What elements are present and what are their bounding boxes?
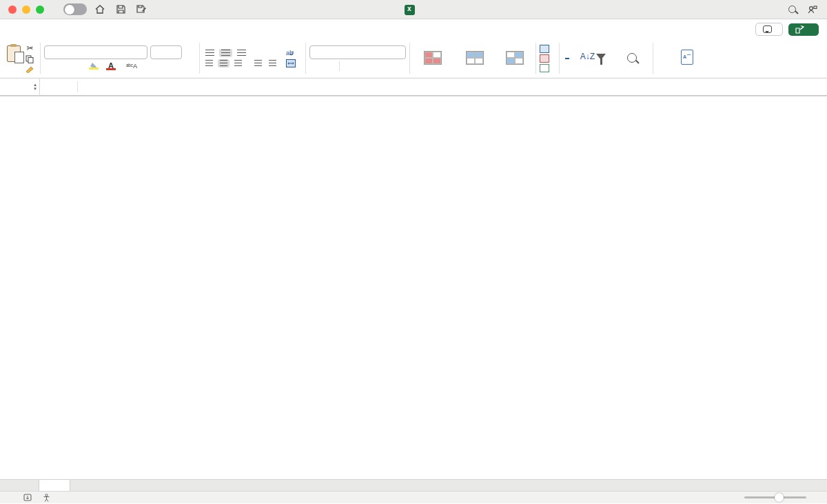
create-pdf-button[interactable]: A⌒ [657,50,717,67]
format-cells-button[interactable] [540,64,555,72]
comma-format-button[interactable] [329,65,334,67]
fill-button[interactable] [563,57,572,60]
toggle-knob [65,5,74,14]
az-icon: A↓Z [580,52,595,62]
sheet-tab-active[interactable] [39,480,70,491]
conditional-formatting-button[interactable] [414,51,452,66]
name-box[interactable]: ▲▼ [0,78,40,96]
more-commands-icon[interactable] [196,3,211,17]
accessibility-icon [43,494,50,502]
cut-button[interactable]: ✂ [23,43,37,54]
autosum-button[interactable] [565,54,570,56]
align-bottom-button[interactable] [235,49,248,57]
borders-button[interactable] [72,65,76,67]
copy-icon [25,55,34,63]
autosave-toggle[interactable] [63,3,87,15]
home-icon[interactable] [92,3,108,17]
bold-button[interactable] [44,65,48,67]
orientation-button[interactable] [256,52,261,54]
font-group: A ᵃᵇᶜA [44,40,196,76]
formula-bar: ▲▼ [0,78,827,96]
name-box-stepper[interactable]: ▲▼ [33,83,37,91]
number-format-combo[interactable] [309,45,406,59]
merge-center-icon [286,59,296,67]
format-painter-icon [25,65,34,73]
paste-icon [7,45,21,62]
excel-window: ✂ [0,0,827,504]
increase-decimal-button[interactable] [345,65,349,67]
font-name-combo[interactable] [44,45,147,59]
font-size-combo[interactable] [150,45,182,59]
wrap-text-icon: ab [286,49,296,57]
magnifier-glyph [788,6,796,13]
title-bar [0,0,827,19]
format-cells-icon [540,64,549,72]
format-painter-button[interactable] [23,65,37,74]
format-as-table-button[interactable] [456,51,493,66]
sheet-grid [0,96,827,479]
decrease-font-size-button[interactable] [192,52,196,53]
search-icon[interactable] [784,3,799,17]
fill-color-bar [89,67,99,70]
paste-button[interactable] [4,45,23,72]
sheet-tab-bar [0,479,827,491]
merge-center-button[interactable] [286,59,302,67]
align-right-button[interactable] [232,59,244,67]
format-as-table-icon [466,51,484,65]
copy-button[interactable] [23,54,37,64]
font-color-bar [106,68,116,70]
align-middle-button[interactable] [219,49,232,57]
comment-icon [763,25,772,33]
next-sheet-arrow[interactable] [14,480,28,491]
ribbon: ✂ [0,37,827,78]
close-window-button[interactable] [8,6,17,14]
zoom-window-button[interactable] [36,6,44,14]
share-presence-icon[interactable] [805,3,820,17]
find-select-button[interactable] [615,52,649,65]
save-as-icon[interactable] [134,3,149,17]
text-effects-button[interactable]: ᵃᵇᶜA [124,62,140,70]
prev-sheet-arrow[interactable] [0,480,14,491]
zoom-slider-track[interactable] [744,496,806,498]
currency-format-button[interactable] [309,65,314,67]
underline-button[interactable] [58,65,62,67]
add-sheet-button[interactable] [70,480,91,491]
cells-group [540,40,555,76]
zoom-slider-thumb[interactable] [775,493,784,502]
insert-cells-button[interactable] [540,45,555,53]
delete-cells-button[interactable] [540,54,555,63]
magnifier-icon [627,53,637,63]
decrease-decimal-button[interactable] [355,65,359,67]
comments-button[interactable] [755,23,783,36]
fill-icon [565,58,569,59]
align-center-button[interactable] [218,59,229,67]
undo-icon[interactable] [154,3,170,17]
percent-format-button[interactable] [320,65,324,67]
editing-group: A↓Z [563,40,649,76]
accessibility-status[interactable] [43,494,53,502]
wrap-text-button[interactable]: ab [286,49,302,57]
font-color-button[interactable]: A [104,61,119,71]
align-left-button[interactable] [203,59,215,67]
save-icon[interactable] [113,3,128,17]
cell-styles-button[interactable] [498,51,532,66]
align-top-button[interactable] [203,49,216,57]
italic-button[interactable] [51,65,55,67]
macro-record-icon[interactable] [23,494,32,501]
clear-button[interactable] [565,61,570,63]
redo-icon[interactable] [175,3,190,17]
minimize-window-button[interactable] [22,6,30,14]
cell-styles-icon [506,51,524,65]
share-button[interactable] [788,23,819,36]
fill-color-button[interactable] [87,62,101,70]
decrease-indent-button[interactable] [252,59,264,67]
styles-group [414,40,532,76]
sort-filter-button[interactable]: A↓Z [576,52,611,64]
increase-font-size-button[interactable] [185,52,189,53]
clipboard-group: ✂ [4,40,37,76]
increase-indent-button[interactable] [267,59,278,67]
zoom-slider[interactable] [740,496,810,498]
conditional-formatting-icon [424,51,442,65]
acrobat-group: A⌒ [657,40,717,76]
number-group [309,40,406,76]
